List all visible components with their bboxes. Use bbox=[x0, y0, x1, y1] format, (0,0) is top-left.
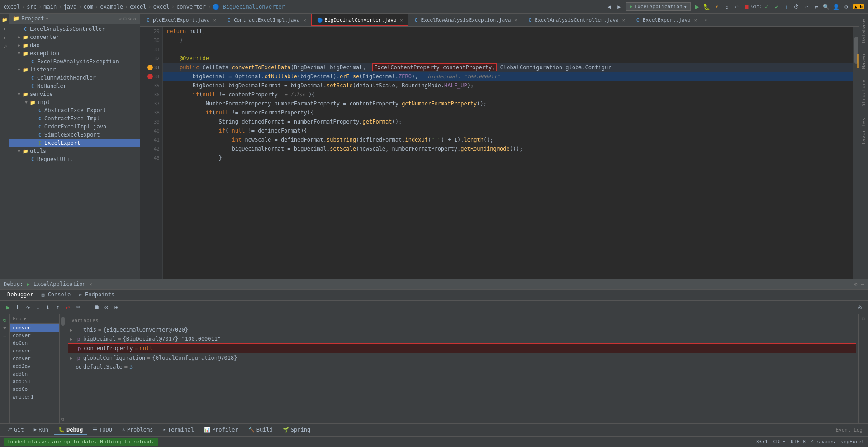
tab-close-icon[interactable]: ✕ bbox=[400, 18, 403, 23]
frame-item-0[interactable]: conver bbox=[10, 324, 59, 332]
tabs-more-button[interactable]: » bbox=[702, 15, 711, 25]
tree-item-simple[interactable]: C SimpleExcelExport bbox=[9, 131, 140, 139]
undo-button[interactable]: ↩ bbox=[733, 3, 740, 10]
var-item-this[interactable]: ▶ ≡ this = {BigDecimalConverter@7020} bbox=[68, 325, 856, 334]
tree-item-converter-folder[interactable]: ▶ 📁 converter bbox=[9, 33, 140, 41]
git-translate[interactable]: ⇄ bbox=[813, 3, 820, 10]
tab-close-icon[interactable]: ✕ bbox=[304, 18, 306, 23]
status-branch[interactable]: smpExcel bbox=[840, 439, 864, 445]
frame-item-7[interactable]: add:51 bbox=[10, 378, 59, 385]
breadcrumb-src[interactable]: src bbox=[27, 4, 37, 10]
left-icon-commit[interactable]: ⬆ bbox=[0, 24, 9, 33]
step-into-my-code-btn[interactable]: ⬇ bbox=[43, 303, 52, 312]
tree-item-order[interactable]: C OrderExcelImpl.java bbox=[9, 123, 140, 131]
git-checkmark-icon[interactable]: ✔ bbox=[773, 3, 780, 10]
bottom-tab-todo[interactable]: ☰ TODO bbox=[88, 426, 117, 435]
settings-debug-btn[interactable]: ⚙ bbox=[855, 303, 864, 312]
copy-icon[interactable]: ⧉ bbox=[60, 416, 66, 423]
project-dropdown[interactable]: ▼ bbox=[46, 16, 48, 21]
panel-tab-maven[interactable]: Maven bbox=[860, 50, 868, 72]
breadcrumb-class[interactable]: 🔵 BigDecimalConverter bbox=[213, 4, 285, 10]
var-item-contentproperty[interactable]: p contentProperty = null bbox=[68, 343, 856, 353]
tab-excelexport[interactable]: C ExcelExport.java ✕ bbox=[630, 14, 702, 26]
bottom-tab-debug[interactable]: 🐛 Debug bbox=[54, 426, 87, 435]
step-over-btn[interactable]: ↷ bbox=[24, 303, 33, 312]
run-to-cursor-btn[interactable]: ↩ bbox=[63, 303, 72, 312]
status-line-ending[interactable]: CRLF bbox=[773, 439, 785, 445]
tree-item-service-folder[interactable]: ▼ 📁 service bbox=[9, 90, 140, 98]
bottom-tab-build[interactable]: 🔨 Build bbox=[244, 426, 277, 435]
frame-item-1[interactable]: conver bbox=[10, 332, 59, 339]
left-icon-project[interactable]: 📁 bbox=[0, 15, 9, 24]
breadcrumb-java[interactable]: java bbox=[63, 4, 76, 10]
sub-tab-endpoints[interactable]: ⇌ Endpoints bbox=[75, 290, 118, 300]
frame-item-3[interactable]: conver bbox=[10, 347, 59, 355]
git-revert[interactable]: ↶ bbox=[803, 3, 810, 10]
evaluate-btn[interactable]: ⌨ bbox=[73, 303, 82, 312]
panel-tab-favorites[interactable]: Favorites bbox=[860, 114, 868, 148]
git-arrow-up[interactable]: ↑ bbox=[783, 3, 790, 10]
tree-item-requestutil[interactable]: C RequestUtil bbox=[9, 155, 140, 163]
tree-item-contract[interactable]: C ContractExcelImpl bbox=[9, 114, 140, 123]
git-check-icon[interactable]: ✓ bbox=[763, 3, 770, 10]
tree-item-colwidthhandler[interactable]: C ColumnWidthHandler bbox=[9, 74, 140, 82]
tab-close-icon[interactable]: ✕ bbox=[694, 18, 697, 23]
step-into-btn[interactable]: ↓ bbox=[33, 303, 43, 312]
breadcrumb-example[interactable]: example bbox=[100, 4, 123, 10]
tree-item-impl-folder[interactable]: ▼ 📁 impl bbox=[9, 98, 140, 106]
frames-scrollbar[interactable]: ⧉ bbox=[60, 314, 66, 423]
restore-icon[interactable]: ⊞ bbox=[862, 316, 865, 322]
bottom-tab-terminal[interactable]: ▸ Terminal bbox=[158, 426, 198, 435]
warning-badge[interactable]: ▲ 6 bbox=[853, 4, 864, 9]
debug-filter-btn[interactable]: ▼ bbox=[3, 325, 6, 331]
var-item-globalconfig[interactable]: ▶ p globalConfiguration = {GlobalConfigu… bbox=[68, 353, 856, 362]
settings-gear-icon[interactable]: ⚙ bbox=[128, 16, 132, 22]
bottom-tab-profiler[interactable]: 📊 Profiler bbox=[199, 426, 243, 435]
tab-close-icon[interactable]: ✕ bbox=[622, 18, 625, 23]
left-icon-pull[interactable]: ⬇ bbox=[0, 33, 9, 42]
editor-scrollbar[interactable] bbox=[853, 27, 859, 279]
stop-button[interactable]: ⏹ bbox=[743, 3, 750, 10]
reload-button[interactable]: ↻ bbox=[723, 3, 730, 10]
event-log-link[interactable]: Event Log bbox=[832, 427, 866, 433]
step-out-btn[interactable]: ↑ bbox=[53, 303, 62, 312]
status-position[interactable]: 33:1 bbox=[756, 439, 768, 445]
bottom-tab-run[interactable]: ▶ Run bbox=[29, 426, 53, 435]
tree-item-exception-folder[interactable]: ▼ 📁 exception bbox=[9, 49, 140, 57]
status-indent[interactable]: 4 spaces bbox=[811, 439, 835, 445]
sub-tab-console[interactable]: ▤ Console bbox=[38, 290, 74, 300]
bottom-tab-git[interactable]: ⎇ Git bbox=[2, 426, 28, 435]
resume-btn[interactable]: ▶ bbox=[4, 303, 13, 312]
sync-icon[interactable]: ⊕ bbox=[119, 16, 122, 22]
sub-tab-debugger[interactable]: Debugger bbox=[4, 290, 37, 300]
breakpoints-btn[interactable]: ⏺ bbox=[92, 303, 101, 312]
breadcrumb-main[interactable]: main bbox=[43, 4, 57, 10]
frame-item-6[interactable]: addOn bbox=[10, 370, 59, 378]
tree-item-nohandler[interactable]: C NoHandler bbox=[9, 82, 140, 90]
frames-dropdown-icon[interactable]: ▼ bbox=[24, 317, 26, 321]
tab-excelrowanalysis[interactable]: C ExcelRowAnalysisException.java ✕ bbox=[408, 14, 522, 26]
panel-tab-database[interactable]: Database bbox=[860, 15, 868, 47]
bottom-tab-problems[interactable]: ⚠ Problems bbox=[118, 426, 157, 435]
debug-minimize-icon[interactable]: — bbox=[861, 281, 864, 287]
mute-btn[interactable]: ⊘ bbox=[102, 303, 111, 312]
debug-restart-btn[interactable]: ↻ bbox=[3, 316, 6, 323]
panel-tab-structure[interactable]: Structure bbox=[860, 76, 868, 110]
tree-item-excelexport[interactable]: I ExcelExport bbox=[9, 139, 140, 147]
tree-item-utils-folder[interactable]: ▼ 📁 utils bbox=[9, 147, 140, 155]
tree-item-abstract[interactable]: C AbstractExcelExport bbox=[9, 106, 140, 114]
search-icon[interactable]: 🔍 bbox=[823, 3, 830, 10]
debug-settings-icon[interactable]: ⚙ bbox=[854, 281, 858, 287]
tree-item-listener-folder[interactable]: ▼ 📁 listener bbox=[9, 66, 140, 74]
bottom-tab-spring[interactable]: 🌱 Spring bbox=[278, 426, 315, 435]
breadcrumb-com[interactable]: com bbox=[84, 4, 94, 10]
tab-simplexcelexport[interactable]: C pleExcelExport.java ✕ bbox=[140, 14, 221, 26]
frame-item-2[interactable]: doCon bbox=[10, 339, 59, 347]
tree-item-controller[interactable]: C ExcelAnalysisController bbox=[9, 25, 140, 33]
hide-icon[interactable]: ✕ bbox=[133, 16, 136, 22]
frame-item-4[interactable]: conver bbox=[10, 355, 59, 362]
breadcrumb-converter[interactable]: converter bbox=[176, 4, 206, 10]
debug-close-tab-icon[interactable]: ✕ bbox=[90, 281, 93, 287]
frames-scroll-thumb[interactable] bbox=[61, 317, 65, 326]
frame-item-8[interactable]: addCo bbox=[10, 385, 59, 393]
